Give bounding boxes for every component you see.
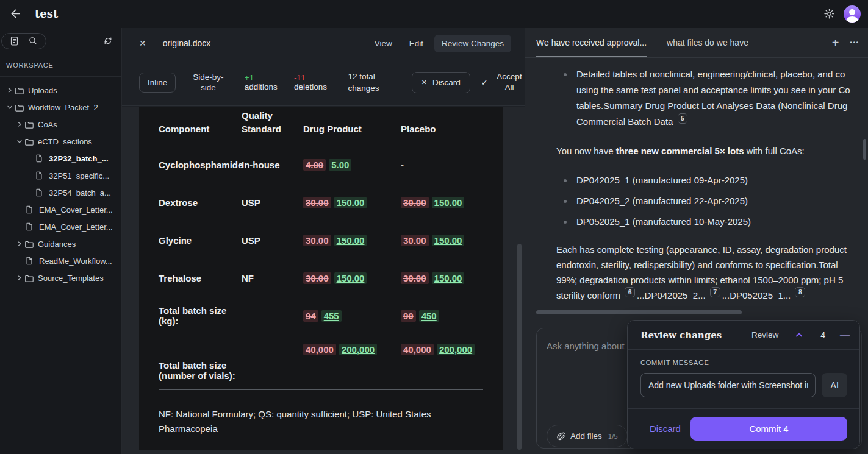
file-search-toggle[interactable]	[1, 33, 46, 49]
document-tab-header: ✕ original.docx View Edit Review Changes	[122, 28, 525, 59]
sidebar-item-32p51-specific[interactable]: 32P51_specific...	[0, 167, 121, 184]
diff-cell[interactable]: 30.00150.00	[401, 197, 483, 208]
inline-view-button[interactable]: Inline	[139, 73, 176, 93]
side-by-side-button[interactable]: Side-by-side	[189, 72, 227, 93]
diff-cell[interactable]: 40,000200,000	[401, 335, 483, 355]
diff-cell[interactable]: 30.00150.00	[401, 273, 483, 283]
gear-icon[interactable]	[823, 8, 835, 20]
message-line: endotoxin, sterility, redispersibility) …	[556, 257, 868, 272]
list-item: DP042025_2 (manufactured 22-Apr-2025)	[556, 191, 868, 211]
message-line: 99%; degradation products within limits;…	[556, 272, 868, 288]
discard-link[interactable]: Discard	[650, 424, 681, 434]
chat-tab-approval[interactable]: We have received approval...	[536, 28, 647, 57]
chevron-right-icon[interactable]	[15, 121, 24, 127]
deleted-value: 30.00	[303, 272, 331, 284]
citation-badge[interactable]: 8	[795, 287, 805, 297]
sidebar-item-source-templates[interactable]: Source_Templates	[0, 269, 121, 286]
review-link[interactable]: Review	[751, 330, 778, 339]
commit-message-input[interactable]	[640, 373, 816, 397]
chat-scrollbar[interactable]	[863, 139, 866, 160]
chevron-up-icon[interactable]	[795, 331, 803, 339]
sidebar-item-coas[interactable]: CoAs	[0, 116, 121, 133]
close-icon[interactable]: ✕	[139, 38, 146, 48]
app-window: test WORKSPACE	[0, 0, 868, 454]
diff-cell[interactable]: 30.00150.00	[303, 197, 401, 208]
sidebar-item-32p54-batch[interactable]: 32P54_batch_a...	[0, 184, 121, 201]
deleted-value: 40,000	[303, 344, 336, 355]
document-icon[interactable]	[10, 37, 18, 46]
added-value: 150.00	[334, 272, 367, 284]
back-arrow-icon[interactable]	[10, 8, 21, 20]
new-chat-icon[interactable]: +	[832, 36, 839, 50]
accept-all-button[interactable]: ✓Accept All	[481, 71, 525, 93]
avatar[interactable]	[844, 5, 861, 23]
message-line: Each has complete testing (appearance, I…	[556, 242, 868, 257]
table-row: Cyclophosphamide In-house 4.005.00 -	[159, 146, 483, 183]
sidebar-item-workflow-packet-2[interactable]: Workflow_Packet_2	[0, 99, 121, 116]
tab-view[interactable]: View	[368, 35, 398, 52]
more-options-icon[interactable]: •••	[850, 40, 859, 46]
diff-cell[interactable]: 30.00150.00	[401, 235, 483, 246]
search-icon[interactable]	[29, 37, 37, 45]
minimize-icon[interactable]: —	[840, 330, 850, 340]
document-filename: original.docx	[163, 38, 211, 48]
document-panel: ✕ original.docx View Edit Review Changes…	[122, 28, 525, 454]
document-scrollbar[interactable]	[517, 244, 522, 450]
diff-cell[interactable]: 4.005.00	[303, 160, 401, 170]
sidebar-item-32p32-batch[interactable]: 32P32_batch_...	[0, 150, 121, 167]
citation-badge[interactable]: 6	[625, 287, 635, 297]
diff-cell[interactable]: 40,000200,000	[303, 335, 401, 355]
diff-toolbar: Inline Side-by-side +1 additions -11 del…	[122, 59, 525, 106]
chevron-down-icon[interactable]	[15, 138, 24, 144]
sidebar-item-ema-cover-letter-1[interactable]: EMA_Cover_Letter...	[0, 201, 121, 218]
table-row: Glycine USP 30.00150.00 30.00150.00	[159, 221, 483, 259]
diff-cell[interactable]: 30.00150.00	[303, 235, 401, 246]
added-value: 5.00	[329, 159, 351, 171]
list-item: DP052025_1 (manufactured 10-May-2025)	[556, 211, 868, 232]
diff-cell[interactable]: 94455	[303, 311, 401, 321]
chevron-right-icon[interactable]	[15, 275, 24, 281]
chevron-right-icon[interactable]	[15, 241, 24, 247]
deleted-value: 30.00	[401, 197, 429, 208]
sidebar-item-ectd-sections[interactable]: eCTD_sections	[0, 133, 121, 150]
discard-button[interactable]: ✕Discard	[412, 72, 470, 93]
chat-tab-actions: + •••	[832, 28, 859, 57]
sidebar-item-uploads[interactable]: Uploads	[0, 82, 121, 99]
table-row: Total batch size (kg): 94455 90450	[159, 297, 483, 335]
deleted-value: 30.00	[401, 272, 429, 284]
sidebar-item-readme-workflow[interactable]: ReadMe_Workflow...	[0, 252, 121, 269]
tab-review-changes[interactable]: Review Changes	[434, 35, 511, 52]
citation-badge[interactable]: 7	[710, 287, 720, 297]
commit-button[interactable]: Commit 4	[690, 417, 847, 441]
file-icon	[35, 154, 48, 163]
workspace-section-label: WORKSPACE	[0, 54, 121, 77]
message-line: tables.Summary Drug Product Lot Analyses…	[576, 98, 868, 114]
chevron-right-icon[interactable]	[5, 87, 15, 93]
horizontal-scrollbar[interactable]	[536, 310, 742, 314]
column-header: Drug Product	[303, 122, 401, 136]
added-value: 455	[321, 310, 342, 322]
diff-cell[interactable]: 30.00150.00	[303, 273, 401, 283]
chat-tab-files[interactable]: what files do we have	[667, 28, 748, 57]
added-value: 150.00	[334, 197, 367, 208]
sidebar-item-guidances[interactable]: Guidances	[0, 235, 121, 252]
added-value: 200,000	[339, 344, 377, 355]
column-header: Quality Standard	[242, 109, 303, 136]
citation-badge[interactable]: 5	[678, 113, 688, 124]
list-item: Detailed tables of nonclinical, engineer…	[556, 66, 868, 130]
deleted-value: 30.00	[401, 235, 429, 246]
add-files-button[interactable]: Add files 1/5	[547, 425, 628, 447]
file-icon	[26, 257, 38, 265]
tab-edit[interactable]: Edit	[403, 35, 429, 52]
refresh-icon[interactable]	[103, 36, 113, 46]
ai-generate-button[interactable]: AI	[822, 373, 847, 397]
top-bar: test	[0, 0, 868, 27]
document-mode-tabs: View Edit Review Changes	[368, 35, 511, 52]
page-title: test	[35, 7, 58, 20]
check-icon: ✓	[481, 77, 488, 87]
file-icon	[35, 188, 48, 197]
sidebar-item-ema-cover-letter-2[interactable]: EMA_Cover_Letter...	[0, 218, 121, 235]
add-files-label: Add files	[570, 431, 602, 441]
diff-cell[interactable]: 90450	[401, 311, 483, 321]
chevron-down-icon[interactable]	[5, 104, 15, 110]
